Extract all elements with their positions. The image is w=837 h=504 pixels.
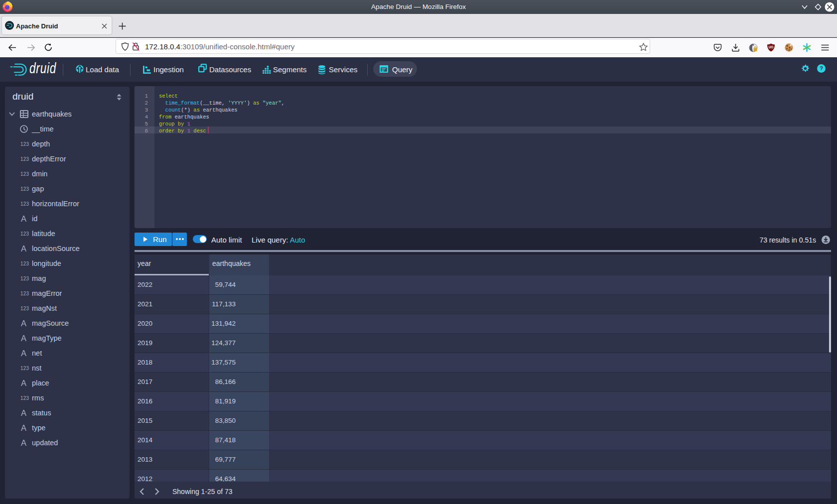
svg-text:UO: UO <box>769 45 774 49</box>
svg-text:?: ? <box>820 65 823 71</box>
